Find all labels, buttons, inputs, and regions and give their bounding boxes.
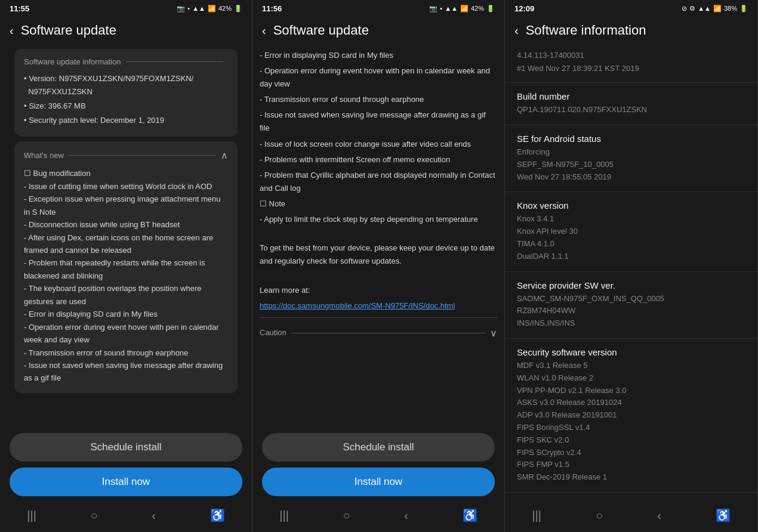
- caution-label: Caution: [260, 326, 286, 339]
- signal-icon-2: 📶: [460, 5, 469, 13]
- divider-1: [126, 61, 223, 62]
- item-4: - After using Dex, certain icons on the …: [24, 231, 228, 257]
- menu-nav-icon-1[interactable]: |||: [27, 509, 36, 522]
- mid-item-8: - Apply to limit the clock step by step …: [260, 213, 497, 226]
- back-button-2[interactable]: ‹: [262, 24, 266, 38]
- back-button-1[interactable]: ‹: [10, 24, 14, 38]
- mid-promo: To get the best from your device, please…: [260, 242, 497, 268]
- panel-software-update-1: 11:55 📷 • ▲▲ 📶 42% 🔋 ‹ Software update S…: [0, 0, 252, 532]
- battery-text-3: 38%: [724, 5, 737, 12]
- size-line: • Size: 396.67 MB: [24, 100, 228, 113]
- install-now-button-2[interactable]: Install now: [262, 468, 495, 496]
- item-3: - Disconnection issue while using BT hea…: [24, 218, 228, 231]
- mid-item-4: - Issue not saved when saving live messa…: [260, 109, 497, 135]
- info-item-security-sw: Security software version MDF v3.1 Relea…: [505, 339, 757, 493]
- button-area-2: Schedule install Install now: [252, 427, 504, 501]
- whats-new-content: ☐ Bug modification - Issue of cutting ti…: [24, 167, 228, 384]
- mid-item-3: - Transmission error of sound through ea…: [260, 93, 497, 106]
- mid-item-1: - Error in displaying SD card in My file…: [260, 49, 497, 62]
- mid-item-6: - Problems with intermittent Screen off …: [260, 153, 497, 166]
- accessibility-nav-icon-3[interactable]: ♿: [716, 508, 731, 522]
- info-item-knox: Knox version Knox 3.4.1 Knox API level 3…: [505, 192, 757, 271]
- item-1: - Issue of cutting time when setting Wor…: [24, 180, 228, 193]
- info-item-se-android: SE for Android status Enforcing SEPF_SM-…: [505, 125, 757, 192]
- item-7: - Error in displaying SD card in My file…: [24, 308, 228, 320]
- accessibility-nav-icon-2[interactable]: ♿: [463, 508, 477, 522]
- info-section-label: Software update information: [24, 57, 121, 66]
- signal-icon-3: 📶: [713, 5, 722, 13]
- schedule-install-button-2[interactable]: Schedule install: [262, 433, 495, 462]
- panel-software-info: 12:09 ⊘ ⚙ ▲▲ 📶 38% 🔋 ‹ Software informat…: [505, 0, 758, 532]
- scroll-content-2: - Error in displaying SD card in My file…: [252, 44, 504, 427]
- status-bar-2: 11:56 📷 • ▲▲ 📶 42% 🔋: [252, 0, 504, 17]
- signal-icon: 📶: [208, 5, 216, 13]
- build-number-value: QP1A.190711.020.N975FXXU1ZSKN: [517, 104, 745, 116]
- menu-nav-icon-2[interactable]: |||: [279, 509, 289, 522]
- whats-new-header: What's new ∧: [24, 150, 228, 161]
- knox-value: Knox 3.4.1 Knox API level 30 TIMA 4.1.0 …: [517, 213, 745, 262]
- status-time-2: 11:56: [262, 4, 282, 13]
- mid-link[interactable]: https://doc.samsungmobile.com/SM-N975F/I…: [260, 301, 455, 310]
- dnd-icon: ⊘: [682, 5, 687, 13]
- status-time-1: 11:55: [10, 4, 29, 13]
- caution-divider: [291, 333, 485, 333]
- collapse-icon[interactable]: ∧: [221, 150, 228, 161]
- bug-mod: ☐ Bug modification: [24, 167, 228, 180]
- middle-content: - Error in displaying SD card in My file…: [260, 44, 497, 348]
- settings-icon: ⚙: [689, 5, 695, 13]
- status-bar-1: 11:55 📷 • ▲▲ 📶 42% 🔋: [0, 0, 252, 17]
- back-nav-icon-3[interactable]: ‹: [657, 509, 661, 522]
- scroll-inner-2[interactable]: - Error in displaying SD card in My file…: [252, 44, 504, 427]
- home-nav-icon-2[interactable]: ○: [343, 509, 350, 522]
- wifi-icon-2: ▲▲: [445, 5, 458, 12]
- back-nav-icon-1[interactable]: ‹: [152, 509, 156, 522]
- se-android-value: Enforcing SEPF_SM-N975F_10_0005 Wed Nov …: [517, 146, 745, 183]
- mid-item-5: - Issue of lock screen color change issu…: [260, 138, 497, 151]
- install-now-button-1[interactable]: Install now: [10, 468, 242, 496]
- info-list[interactable]: Build number QP1A.190711.020.N975FXXU1ZS…: [505, 83, 757, 501]
- home-nav-icon-3[interactable]: ○: [596, 509, 603, 522]
- back-button-3[interactable]: ‹: [514, 24, 519, 38]
- wifi-icon: ▲▲: [192, 5, 205, 12]
- item-5: - Problem that repeatedly restarts while…: [24, 256, 228, 282]
- header-3: ‹ Software information: [505, 17, 757, 44]
- home-nav-icon-1[interactable]: ○: [91, 509, 98, 522]
- battery-text-1: 42%: [218, 5, 232, 12]
- info-section-header: Software update information: [24, 57, 228, 66]
- item-6: - The keyboard position overlaps the pos…: [24, 282, 228, 308]
- item-2: - Exception issue when pressing image at…: [24, 193, 228, 218]
- info-item-build-number: Build number QP1A.190711.020.N975FXXU1ZS…: [505, 83, 757, 125]
- header-1: ‹ Software update: [0, 17, 252, 44]
- status-time-3: 12:09: [514, 4, 534, 13]
- battery-icon-1: 🔋: [234, 5, 242, 13]
- security-line: • Security patch level: December 1, 2019: [24, 114, 228, 127]
- nav-bar-2: ||| ○ ‹ ♿: [252, 501, 504, 532]
- version-top: 4.14.113-17400031 #1 Wed Nov 27 18:39:21…: [505, 44, 757, 83]
- header-2: ‹ Software update: [252, 17, 504, 44]
- caution-row: Caution ∨: [260, 317, 497, 344]
- notification-dot: •: [187, 5, 190, 12]
- scroll-inner-1[interactable]: Software update information • Version: N…: [0, 44, 252, 427]
- info-item-service-provider: Service provider SW ver. SAOMC_SM-N975F_…: [505, 272, 757, 339]
- page-title-3: Software information: [526, 23, 646, 38]
- kernel-version: 4.14.113-17400031: [517, 49, 745, 62]
- status-bar-3: 12:09 ⊘ ⚙ ▲▲ 📶 38% 🔋: [505, 0, 757, 17]
- version-line: • Version: N975FXXU1ZSKN/N975FOXM1ZSKN/ …: [24, 72, 228, 98]
- menu-nav-icon-3[interactable]: |||: [532, 509, 541, 522]
- camera-icon-2: 📷: [429, 5, 437, 13]
- notification-dot-2: •: [440, 5, 442, 12]
- whats-new-label: What's new: [24, 151, 64, 160]
- build-date: #1 Wed Nov 27 18:39:21 KST 2019: [517, 62, 745, 75]
- item-8: - Operation error during event hover wit…: [24, 321, 228, 347]
- knox-label: Knox version: [517, 200, 745, 211]
- security-sw-label: Security software version: [517, 347, 745, 357]
- service-provider-label: Service provider SW ver.: [517, 280, 745, 290]
- back-nav-icon-2[interactable]: ‹: [404, 509, 408, 522]
- status-icons-1: 📷 • ▲▲ 📶 42% 🔋: [177, 5, 242, 13]
- schedule-install-button-1[interactable]: Schedule install: [10, 433, 242, 462]
- caution-expand-icon[interactable]: ∨: [490, 325, 497, 341]
- status-icons-2: 📷 • ▲▲ 📶 42% 🔋: [429, 5, 495, 13]
- security-sw-value: MDF v3.1 Release 5 WLAN v1.0 Release 2 V…: [517, 360, 745, 484]
- accessibility-nav-icon-1[interactable]: ♿: [210, 508, 225, 522]
- mid-learn: Learn more at:: [260, 284, 497, 297]
